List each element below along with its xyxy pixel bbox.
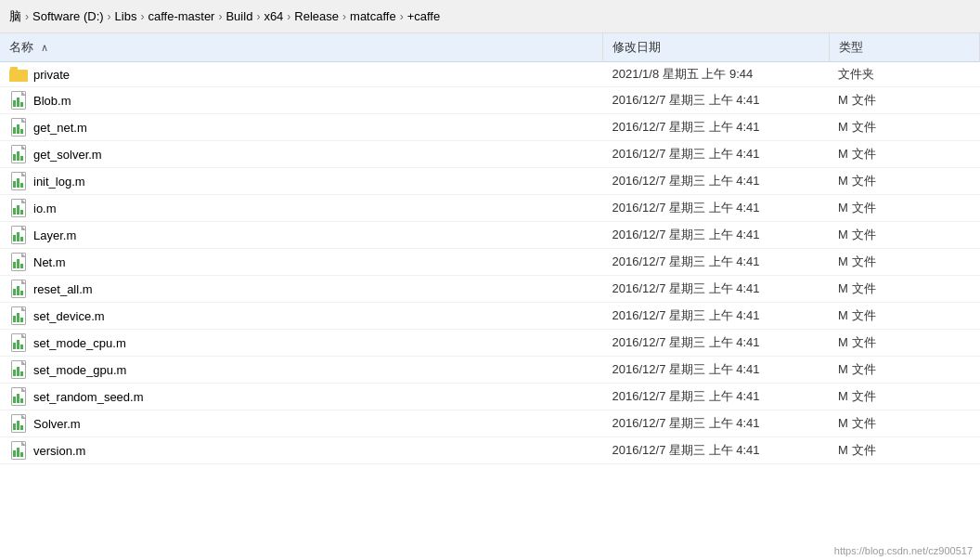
file-name-label: Net.m: [33, 255, 66, 269]
file-explorer-table: 名称 ∧ 修改日期 类型 private2021/1/8 星期五 上午 9:44…: [0, 33, 980, 464]
file-name-label: set_random_seed.m: [33, 390, 144, 404]
column-date-label: 修改日期: [612, 40, 661, 54]
breadcrumb-item-4[interactable]: Build: [226, 9, 252, 23]
file-name-cell: version.m: [0, 437, 603, 464]
file-type-cell: M 文件: [829, 276, 979, 303]
file-name-cell: set_device.m: [0, 303, 603, 330]
table-row[interactable]: reset_all.m2016/12/7 星期三 上午 4:41M 文件: [0, 276, 980, 303]
breadcrumb-separator-6: ›: [342, 10, 346, 23]
file-name-label: io.m: [33, 202, 57, 215]
table-row[interactable]: init_log.m2016/12/7 星期三 上午 4:41M 文件: [0, 168, 980, 195]
file-type-cell: M 文件: [829, 87, 979, 114]
column-header-type[interactable]: 类型: [829, 33, 979, 62]
table-row[interactable]: set_mode_cpu.m2016/12/7 星期三 上午 4:41M 文件: [0, 330, 980, 357]
file-date-cell: 2016/12/7 星期三 上午 4:41: [603, 168, 830, 195]
file-type-cell: M 文件: [829, 222, 979, 249]
breadcrumb-separator-7: ›: [400, 10, 404, 23]
breadcrumb-item-8[interactable]: +caffe: [407, 9, 441, 23]
table-row[interactable]: set_mode_gpu.m2016/12/7 星期三 上午 4:41M 文件: [0, 357, 980, 384]
breadcrumb-separator-3: ›: [218, 10, 222, 23]
file-type-cell: M 文件: [829, 384, 979, 410]
mfile-icon: [9, 91, 28, 110]
mfile-icon: [9, 333, 28, 352]
table-row[interactable]: Net.m2016/12/7 星期三 上午 4:41M 文件: [0, 249, 980, 276]
column-header-name[interactable]: 名称 ∧: [0, 33, 603, 62]
breadcrumb-separator-1: ›: [108, 10, 111, 23]
breadcrumb-item-0[interactable]: 脑: [9, 8, 21, 25]
table-row[interactable]: Blob.m2016/12/7 星期三 上午 4:41M 文件: [0, 87, 980, 114]
breadcrumb-item-1[interactable]: Software (D:): [32, 9, 104, 23]
file-type-cell: M 文件: [829, 114, 979, 141]
mfile-icon: [9, 414, 28, 433]
file-name-label: set_device.m: [33, 309, 105, 323]
mfile-icon: [9, 360, 28, 379]
file-type-cell: M 文件: [829, 303, 979, 330]
table-row[interactable]: Solver.m2016/12/7 星期三 上午 4:41M 文件: [0, 410, 980, 437]
file-type-cell: M 文件: [829, 330, 979, 357]
file-type-cell: M 文件: [829, 195, 979, 222]
mfile-icon: [9, 306, 28, 325]
file-name-cell: reset_all.m: [0, 276, 603, 303]
file-date-cell: 2016/12/7 星期三 上午 4:41: [603, 276, 830, 303]
table-row[interactable]: get_solver.m2016/12/7 星期三 上午 4:41M 文件: [0, 141, 980, 168]
column-header-date[interactable]: 修改日期: [603, 33, 830, 62]
table-header-row: 名称 ∧ 修改日期 类型: [0, 33, 980, 62]
file-name-label: set_mode_gpu.m: [33, 363, 126, 377]
breadcrumb-separator-4: ›: [256, 10, 260, 23]
column-type-label: 类型: [839, 40, 863, 54]
file-type-cell: M 文件: [829, 168, 979, 195]
file-date-cell: 2016/12/7 星期三 上午 4:41: [603, 114, 830, 141]
breadcrumb-item-5[interactable]: x64: [264, 9, 283, 23]
file-type-cell: M 文件: [829, 437, 979, 464]
breadcrumb-item-3[interactable]: caffe-master: [148, 9, 214, 23]
file-date-cell: 2016/12/7 星期三 上午 4:41: [603, 410, 830, 437]
folder-icon: [9, 67, 28, 82]
file-type-cell: 文件夹: [829, 62, 979, 87]
table-row[interactable]: version.m2016/12/7 星期三 上午 4:41M 文件: [0, 437, 980, 464]
breadcrumb-separator-5: ›: [287, 10, 290, 23]
file-name-cell: init_log.m: [0, 168, 603, 195]
file-name-label: Solver.m: [33, 417, 81, 431]
file-name-cell: get_net.m: [0, 114, 603, 141]
file-name-label: get_net.m: [33, 121, 87, 135]
table-row[interactable]: io.m2016/12/7 星期三 上午 4:41M 文件: [0, 195, 980, 222]
file-date-cell: 2016/12/7 星期三 上午 4:41: [603, 357, 830, 384]
file-name-cell: Net.m: [0, 249, 603, 276]
mfile-icon: [9, 441, 28, 460]
file-date-cell: 2016/12/7 星期三 上午 4:41: [603, 87, 830, 114]
breadcrumb: 脑 › Software (D:) › Libs › caffe-master …: [0, 0, 980, 33]
file-type-cell: M 文件: [829, 141, 979, 168]
file-date-cell: 2016/12/7 星期三 上午 4:41: [603, 384, 830, 410]
column-name-label: 名称: [9, 40, 33, 54]
file-name-cell: Solver.m: [0, 410, 603, 437]
file-name-label: get_solver.m: [33, 148, 102, 162]
mfile-icon: [9, 387, 28, 406]
file-date-cell: 2021/1/8 星期五 上午 9:44: [603, 62, 830, 87]
breadcrumb-separator-2: ›: [140, 10, 144, 23]
file-type-cell: M 文件: [829, 410, 979, 437]
table-row[interactable]: get_net.m2016/12/7 星期三 上午 4:41M 文件: [0, 114, 980, 141]
file-date-cell: 2016/12/7 星期三 上午 4:41: [603, 303, 830, 330]
table-row[interactable]: set_random_seed.m2016/12/7 星期三 上午 4:41M …: [0, 384, 980, 410]
file-type-cell: M 文件: [829, 249, 979, 276]
file-name-label: set_mode_cpu.m: [33, 336, 126, 350]
file-date-cell: 2016/12/7 星期三 上午 4:41: [603, 195, 830, 222]
file-date-cell: 2016/12/7 星期三 上午 4:41: [603, 330, 830, 357]
file-name-cell: set_random_seed.m: [0, 384, 603, 410]
file-name-label: version.m: [33, 444, 85, 458]
mfile-icon: [9, 226, 28, 244]
breadcrumb-item-6[interactable]: Release: [294, 9, 339, 23]
file-name-cell: io.m: [0, 195, 603, 222]
file-date-cell: 2016/12/7 星期三 上午 4:41: [603, 249, 830, 276]
file-name-cell: get_solver.m: [0, 141, 603, 168]
table-row[interactable]: private2021/1/8 星期五 上午 9:44文件夹: [0, 62, 980, 87]
breadcrumb-item-2[interactable]: Libs: [115, 9, 137, 23]
file-date-cell: 2016/12/7 星期三 上午 4:41: [603, 437, 830, 464]
breadcrumb-item-7[interactable]: matcaffe: [350, 9, 396, 23]
file-date-cell: 2016/12/7 星期三 上午 4:41: [603, 141, 830, 168]
table-row[interactable]: Layer.m2016/12/7 星期三 上午 4:41M 文件: [0, 222, 980, 249]
mfile-icon: [9, 280, 28, 298]
mfile-icon: [9, 118, 28, 137]
sort-arrow-icon: ∧: [41, 42, 48, 54]
table-row[interactable]: set_device.m2016/12/7 星期三 上午 4:41M 文件: [0, 303, 980, 330]
